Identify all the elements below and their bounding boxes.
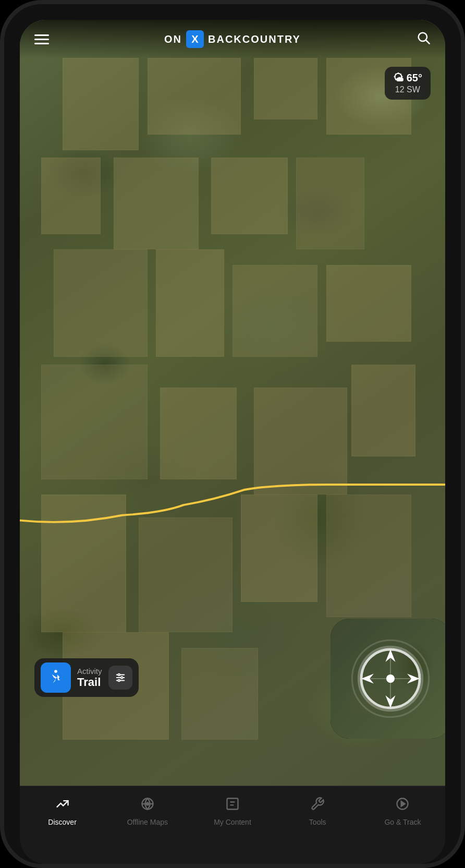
my-content-icon [225, 797, 240, 815]
offline-maps-label: Offline Maps [127, 818, 168, 826]
activity-settings-button[interactable] [108, 666, 132, 690]
tools-label: Tools [309, 818, 326, 826]
activity-name: Trail [77, 676, 102, 689]
weather-wind: 12 SW [393, 85, 422, 94]
logo-backcountry-text: BACKCOUNTRY [208, 33, 301, 45]
my-content-label: My Content [214, 818, 251, 826]
activity-text: Activity Trail [77, 667, 102, 689]
logo-on-text: ON [164, 33, 182, 45]
offline-maps-icon [140, 797, 155, 815]
svg-point-3 [54, 670, 57, 673]
hiking-icon [47, 669, 65, 686]
logo-x-icon: X [186, 30, 204, 48]
map-area[interactable]: ON X BACKCOUNTRY 🌤 65° 12 SW [20, 20, 445, 786]
nav-item-my-content[interactable]: My Content [190, 794, 275, 828]
activity-icon-box [41, 662, 71, 693]
discover-label: Discover [48, 818, 76, 826]
phone-frame: ON X BACKCOUNTRY 🌤 65° 12 SW [0, 0, 465, 868]
nav-item-tools[interactable]: Tools [275, 794, 360, 828]
svg-point-8 [120, 677, 123, 679]
svg-marker-23 [401, 801, 405, 806]
header: ON X BACKCOUNTRY [20, 20, 445, 58]
app-logo: ON X BACKCOUNTRY [164, 30, 301, 48]
activity-label: Activity [77, 667, 102, 676]
screen: ON X BACKCOUNTRY 🌤 65° 12 SW [20, 20, 445, 864]
weather-temperature: 65° [407, 72, 422, 84]
nav-item-discover[interactable]: Discover [20, 794, 105, 828]
nav-item-offline-maps[interactable]: Offline Maps [105, 794, 190, 828]
compass-icon [349, 637, 432, 720]
svg-point-9 [118, 680, 120, 682]
search-button[interactable] [416, 30, 431, 48]
svg-line-1 [426, 40, 429, 43]
tools-icon [310, 797, 325, 815]
discover-icon [55, 797, 70, 815]
weather-icon: 🌤 [393, 72, 403, 84]
compass-widget[interactable] [331, 619, 445, 739]
nav-item-go-track[interactable]: Go & Track [360, 794, 445, 828]
menu-button[interactable] [34, 34, 49, 44]
weather-widget[interactable]: 🌤 65° 12 SW [385, 67, 431, 100]
go-track-label: Go & Track [384, 818, 421, 826]
svg-point-7 [118, 674, 120, 676]
activity-pill[interactable]: Activity Trail [34, 658, 139, 697]
svg-rect-19 [227, 799, 238, 810]
weather-temperature-row: 🌤 65° [393, 72, 422, 84]
go-track-icon [395, 797, 410, 815]
bottom-navigation: Discover Offline Maps [20, 786, 445, 864]
